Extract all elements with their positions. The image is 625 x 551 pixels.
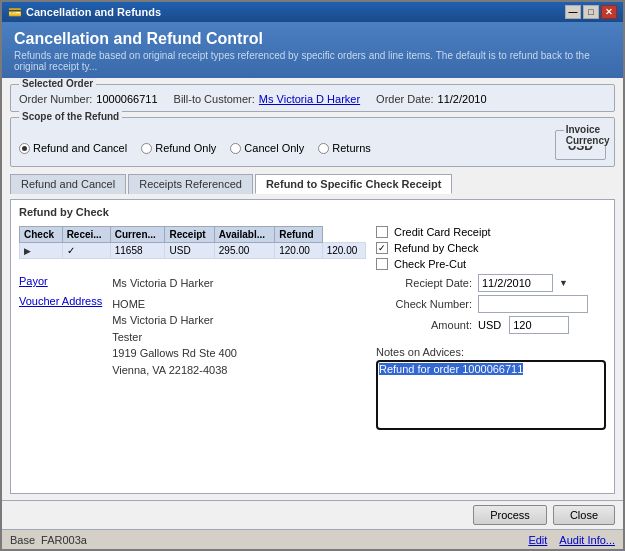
process-button[interactable]: Process [473, 505, 547, 525]
check-pre-cut-checkbox-row: Check Pre-Cut [376, 258, 606, 270]
edit-link[interactable]: Edit [528, 534, 547, 546]
check-number-label: Check Number: [382, 298, 472, 310]
page-subtitle: Refunds are made based on original recei… [14, 50, 611, 72]
radio-cancel-only-label: Cancel Only [244, 142, 304, 154]
header-section: Cancellation and Refund Control Refunds … [2, 22, 623, 78]
row-currency: USD [165, 243, 214, 259]
notes-textarea[interactable]: Refund for order 1000066711 [376, 360, 606, 430]
bottom-action-bar: Process Close [2, 500, 623, 529]
col-currency: Curren... [110, 227, 165, 243]
payor-value: Ms Victoria D Harker [112, 275, 237, 292]
radio-refund-only-label: Refund Only [155, 142, 216, 154]
order-number-value: 1000066711 [96, 93, 157, 105]
tab-refund-check[interactable]: Refund to Specific Check Receipt [255, 174, 452, 194]
scope-label: Scope of the Refund [19, 111, 122, 122]
status-right: Edit Audit Info... [528, 534, 615, 546]
order-number-label: Order Number: [19, 93, 92, 105]
row-available: 120.00 [275, 243, 322, 259]
tabs-row: Refund and Cancel Receipts Referenced Re… [10, 174, 615, 194]
main-window: 💳 Cancellation and Refunds — □ ✕ Cancell… [0, 0, 625, 551]
status-left: Base FAR003a [10, 534, 87, 546]
maximize-button[interactable]: □ [583, 5, 599, 19]
row-receipt-amt: 295.00 [214, 243, 274, 259]
col-receipt-amt: Receipt [165, 227, 214, 243]
order-date-label: Order Date: [376, 93, 433, 105]
radio-refund-cancel[interactable]: Refund and Cancel [19, 142, 127, 154]
notes-area: Notes on Advices: Refund for order 10000… [376, 346, 606, 430]
status-bar: Base FAR003a Edit Audit Info... [2, 529, 623, 549]
refund-by-check-label: Refund by Check [394, 242, 478, 254]
refund-by-check-checkbox[interactable] [376, 242, 388, 254]
invoice-currency-box: Invoice Currency USD [555, 130, 606, 160]
amount-currency: USD [478, 319, 501, 331]
voucher-line-2: Ms Victoria D Harker [112, 312, 237, 329]
right-panel: Credit Card Receipt Refund by Check Chec… [376, 226, 606, 430]
selected-order-label: Selected Order [19, 78, 96, 89]
tab-receipts-referenced[interactable]: Receipts Referenced [128, 174, 253, 194]
voucher-line-1: HOME [112, 296, 237, 313]
form-fields: Reciept Date: ▼ Check Number: Amount: US… [382, 274, 606, 334]
refund-by-check-checkbox-row: Refund by Check [376, 242, 606, 254]
tab-content: Refund by Check Check Recei... Curren...… [10, 199, 615, 494]
title-bar-title: 💳 Cancellation and Refunds [8, 6, 161, 19]
credit-card-checkbox[interactable] [376, 226, 388, 238]
order-date-value: 11/2/2010 [438, 93, 487, 105]
order-info-row: Order Number: 1000066711 Bill-to Custome… [19, 93, 606, 105]
close-button[interactable]: Close [553, 505, 615, 525]
bill-to-field: Bill-to Customer: Ms Victoria D Harker [174, 93, 361, 105]
amount-label: Amount: [382, 319, 472, 331]
radio-refund-cancel-label: Refund and Cancel [33, 142, 127, 154]
col-receipt: Recei... [62, 227, 110, 243]
amount-row: Amount: USD [382, 316, 606, 334]
title-bar-buttons: — □ ✕ [565, 5, 617, 19]
radio-returns[interactable]: Returns [318, 142, 371, 154]
amount-input[interactable] [509, 316, 569, 334]
base-value: FAR003a [41, 534, 87, 546]
credit-card-label: Credit Card Receipt [394, 226, 491, 238]
scope-section: Scope of the Refund Refund and Cancel Re… [10, 117, 615, 167]
payor-voucher-area: Payor Voucher Address Ms Victoria D Hark… [19, 275, 366, 378]
order-date-field: Order Date: 11/2/2010 [376, 93, 486, 105]
radio-refund-only-indicator [141, 143, 152, 154]
check-table-area: Check Recei... Curren... Receipt Availab… [19, 226, 366, 430]
receipt-date-label: Reciept Date: [382, 277, 472, 289]
close-window-button[interactable]: ✕ [601, 5, 617, 19]
tab-main-area: Check Recei... Curren... Receipt Availab… [19, 226, 606, 430]
window-icon: 💳 [8, 6, 22, 19]
check-pre-cut-label: Check Pre-Cut [394, 258, 466, 270]
radio-returns-indicator [318, 143, 329, 154]
col-available: Availabl... [214, 227, 274, 243]
voucher-address-link[interactable]: Voucher Address [19, 295, 102, 307]
audit-info-link[interactable]: Audit Info... [559, 534, 615, 546]
radio-returns-label: Returns [332, 142, 371, 154]
voucher-line-3: Tester [112, 329, 237, 346]
check-number-row: Check Number: [382, 295, 606, 313]
payor-link[interactable]: Payor [19, 275, 102, 287]
bill-to-label: Bill-to Customer: [174, 93, 255, 105]
notes-label: Notes on Advices: [376, 346, 606, 358]
col-refund: Refund [275, 227, 322, 243]
order-number-field: Order Number: 1000066711 [19, 93, 158, 105]
tab-section-title: Refund by Check [19, 206, 606, 218]
receipt-date-row: Reciept Date: ▼ [382, 274, 606, 292]
radio-cancel-only[interactable]: Cancel Only [230, 142, 304, 154]
radio-refund-cancel-indicator [19, 143, 30, 154]
check-number-input[interactable] [478, 295, 588, 313]
tab-refund-cancel[interactable]: Refund and Cancel [10, 174, 126, 194]
row-expand[interactable]: ▶ [20, 243, 63, 259]
check-table-wrapper: Check Recei... Curren... Receipt Availab… [19, 226, 366, 259]
radio-refund-only[interactable]: Refund Only [141, 142, 216, 154]
title-bar: 💳 Cancellation and Refunds — □ ✕ [2, 2, 623, 22]
bill-to-link[interactable]: Ms Victoria D Harker [259, 93, 360, 105]
base-label: Base [10, 534, 35, 546]
minimize-button[interactable]: — [565, 5, 581, 19]
receipt-date-input[interactable] [478, 274, 553, 292]
credit-card-checkbox-row: Credit Card Receipt [376, 226, 606, 238]
check-pre-cut-checkbox[interactable] [376, 258, 388, 270]
scope-options: Refund and Cancel Refund Only Cancel Onl… [19, 142, 371, 154]
address-values: Ms Victoria D Harker HOME Ms Victoria D … [112, 275, 237, 378]
radio-cancel-only-indicator [230, 143, 241, 154]
row-receipt-num: 11658 [110, 243, 165, 259]
date-dropdown-arrow[interactable]: ▼ [559, 278, 568, 288]
invoice-currency-label: Invoice Currency [564, 124, 612, 146]
